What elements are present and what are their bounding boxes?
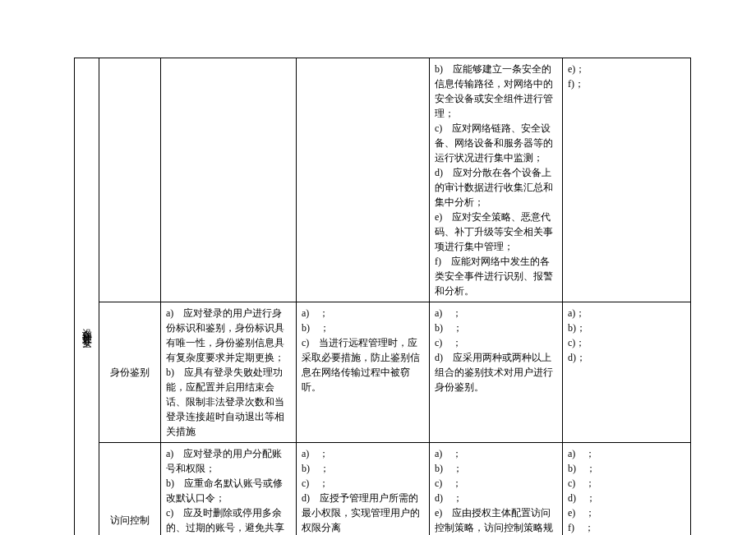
cell-empty	[99, 58, 161, 302]
cell-col4: a) ； b) ； c) ； d) 应采用两种或两种以上组合的鉴别技术对用户进行…	[430, 302, 563, 443]
cell-col5: e)； f)；	[563, 58, 691, 302]
cell-sub-label: 身份鉴别	[99, 302, 161, 443]
table-row: 访问控制 a) 应对登录的用户分配账号和权限； b) 应重命名默认账号或修改默认…	[75, 443, 691, 536]
cell-col3: a) ； b) ； c) 当进行远程管理时，应采取必要措施，防止鉴别信息在网络传…	[297, 302, 430, 443]
cell-sub-label: 访问控制	[99, 443, 161, 536]
cell-col2: a) 应对登录的用户分配账号和权限； b) 应重命名默认账号或修改默认口令； c…	[161, 443, 297, 536]
cell-col5: a)； b)； c)； d)；	[563, 302, 691, 443]
requirements-table: 设备和计算安全 b) 应能够建立一条安全的信息传输路径，对网络中的安全设备或安全…	[74, 58, 691, 535]
cell-main-category: 设备和计算安全	[75, 58, 99, 536]
cell-empty	[297, 58, 430, 302]
cell-col2: a) 应对登录的用户进行身份标识和鉴别，身份标识具有唯一性，身份鉴别信息具有复杂…	[161, 302, 297, 443]
cell-col4: b) 应能够建立一条安全的信息传输路径，对网络中的安全设备或安全组件进行管理； …	[430, 58, 563, 302]
cell-col4: a) ； b) ； c) ； d) ； e) 应由授权主体配置访问控制策略，访问…	[430, 443, 563, 536]
cell-empty	[161, 58, 297, 302]
cell-col3: a) ； b) ； c) ； d) 应授予管理用户所需的最小权限，实现管理用户的…	[297, 443, 430, 536]
main-category-label: 设备和计算安全	[80, 321, 94, 332]
cell-col5: a) ； b) ； c) ； d) ； e) ； f) ； g) 应对所有主体、…	[563, 443, 691, 536]
table-row: 设备和计算安全 b) 应能够建立一条安全的信息传输路径，对网络中的安全设备或安全…	[75, 58, 691, 302]
document-page: 设备和计算安全 b) 应能够建立一条安全的信息传输路径，对网络中的安全设备或安全…	[0, 0, 756, 535]
table-row: 身份鉴别 a) 应对登录的用户进行身份标识和鉴别，身份标识具有唯一性，身份鉴别信…	[75, 302, 691, 443]
